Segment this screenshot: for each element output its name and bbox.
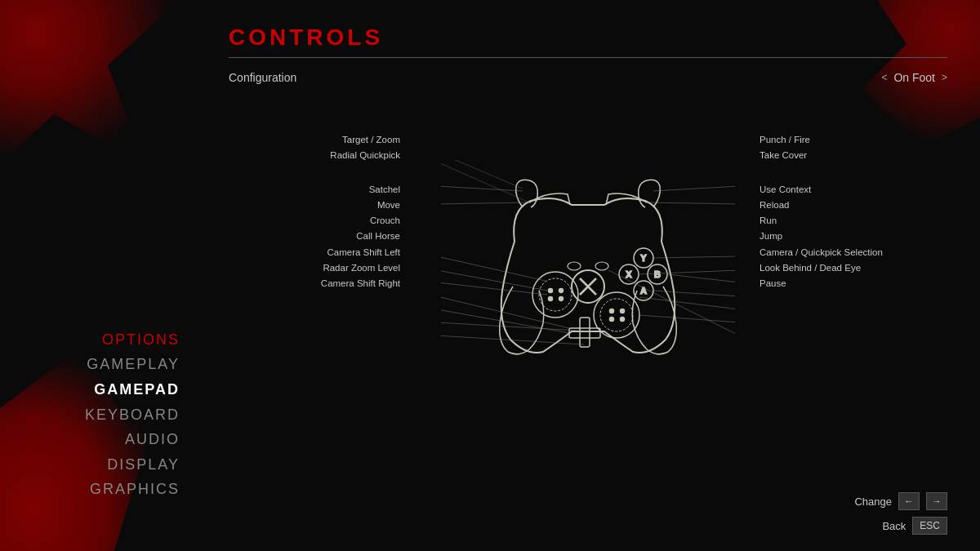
sidebar: OPTIONS GAMEPLAY GAMEPAD KEYBOARD AUDIO … xyxy=(0,0,196,551)
svg-rect-13 xyxy=(569,328,600,338)
svg-line-45 xyxy=(639,315,735,322)
title-divider xyxy=(229,57,947,58)
svg-line-39 xyxy=(647,202,735,204)
config-label: Configuration xyxy=(229,71,296,84)
change-arrow-left[interactable]: ← xyxy=(898,492,920,510)
label-pause: Pause xyxy=(760,277,947,290)
svg-point-10 xyxy=(610,318,614,322)
back-label: Back xyxy=(882,520,906,532)
label-use-context: Use Context xyxy=(760,183,947,196)
svg-point-2 xyxy=(549,289,553,293)
svg-line-32 xyxy=(441,270,547,291)
svg-point-4 xyxy=(549,297,553,301)
label-take-cover: Take Cover xyxy=(760,149,947,162)
sidebar-item-keyboard[interactable]: KEYBOARD xyxy=(16,402,196,428)
sidebar-item-audio[interactable]: AUDIO xyxy=(16,427,196,452)
prev-arrow[interactable]: < xyxy=(881,72,887,83)
svg-point-25 xyxy=(568,262,581,270)
next-arrow[interactable]: > xyxy=(942,72,947,83)
change-label: Change xyxy=(854,495,892,508)
svg-line-28 xyxy=(441,160,529,202)
svg-line-41 xyxy=(639,270,735,274)
label-crouch: Crouch xyxy=(229,214,400,227)
label-jump: Jump xyxy=(760,229,947,242)
bottom-buttons: Change ← → Back ESC xyxy=(854,492,947,535)
controller-diagram: Y B X A xyxy=(441,160,735,384)
config-selector[interactable]: < On Foot > xyxy=(881,71,947,84)
sidebar-item-display[interactable]: DISPLAY xyxy=(16,452,196,478)
sidebar-item-gamepad[interactable]: GAMEPAD xyxy=(16,377,196,402)
right-labels: Punch / Fire Take Cover Use Context Relo… xyxy=(760,133,947,290)
svg-text:A: A xyxy=(640,286,647,295)
svg-line-38 xyxy=(653,186,735,191)
main-content: CONTROLS Configuration < On Foot > Targe… xyxy=(196,0,980,551)
svg-line-37 xyxy=(441,335,584,344)
label-camera-shift-left: Camera Shift Left xyxy=(229,246,400,259)
label-camera-shift-right: Camera Shift Right xyxy=(229,277,400,290)
page-title: CONTROLS xyxy=(229,24,947,51)
svg-point-7 xyxy=(600,299,633,331)
svg-point-5 xyxy=(559,297,564,301)
label-punch-fire: Punch / Fire xyxy=(760,133,947,146)
controller-area: Target / Zoom Radial Quickpick Satchel M… xyxy=(229,100,947,443)
label-camera-quickpick: Camera / Quickpick Selection xyxy=(760,246,947,259)
svg-line-43 xyxy=(653,291,735,296)
label-move: Move xyxy=(229,198,400,211)
svg-line-44 xyxy=(639,297,735,309)
svg-line-29 xyxy=(441,186,523,191)
config-value: On Foot xyxy=(893,71,935,84)
back-key[interactable]: ESC xyxy=(912,517,947,535)
svg-line-42 xyxy=(667,274,735,282)
sidebar-item-graphics[interactable]: GRAPHICS xyxy=(16,477,196,502)
svg-line-27 xyxy=(441,160,523,189)
label-satchel: Satchel xyxy=(229,183,400,196)
svg-point-1 xyxy=(539,278,572,311)
svg-line-30 xyxy=(441,202,529,204)
svg-line-33 xyxy=(441,282,547,295)
sidebar-item-gameplay[interactable]: GAMEPLAY xyxy=(16,352,196,377)
svg-line-31 xyxy=(441,256,546,281)
change-row: Change ← → xyxy=(854,492,947,510)
label-reload: Reload xyxy=(760,198,947,211)
svg-text:X: X xyxy=(626,269,632,279)
svg-point-8 xyxy=(610,309,614,313)
label-look-behind-dead-eye: Look Behind / Dead Eye xyxy=(760,261,947,274)
change-arrow-right[interactable]: → xyxy=(926,492,947,510)
back-row: Back ESC xyxy=(882,517,947,535)
label-radar-zoom-level: Radar Zoom Level xyxy=(229,261,400,274)
svg-point-11 xyxy=(621,318,625,322)
sidebar-item-options[interactable]: OPTIONS xyxy=(16,327,196,353)
config-row: Configuration < On Foot > xyxy=(229,71,947,84)
svg-point-26 xyxy=(595,262,608,270)
svg-text:Y: Y xyxy=(640,253,647,263)
label-target-zoom: Target / Zoom xyxy=(229,133,400,146)
left-labels: Target / Zoom Radial Quickpick Satchel M… xyxy=(229,133,400,290)
svg-text:B: B xyxy=(654,269,661,279)
label-radial-quickpick: Radial Quickpick xyxy=(229,149,400,162)
label-call-horse: Call Horse xyxy=(229,229,400,242)
label-run: Run xyxy=(760,214,947,227)
svg-point-9 xyxy=(621,309,625,313)
svg-point-3 xyxy=(559,289,564,293)
